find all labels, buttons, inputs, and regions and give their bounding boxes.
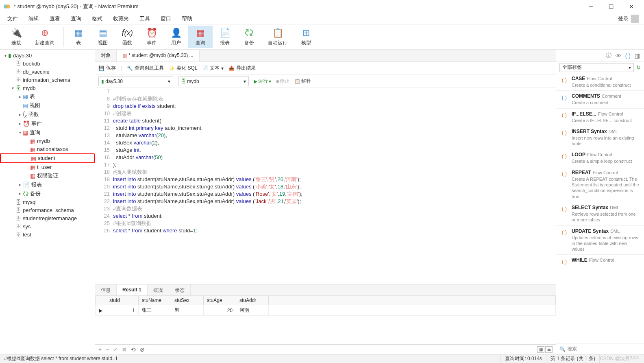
tree-sys[interactable]: 🗄sys bbox=[0, 223, 95, 231]
tree-nationaltaxos[interactable]: ▦nationaltaxos bbox=[0, 145, 95, 153]
snippet-CASE[interactable]: ( ) CASEFlow Control Create a conditiona… bbox=[556, 73, 644, 91]
status-sql: #根据id查询数据 select * from student where st… bbox=[0, 354, 501, 363]
tree-t_user[interactable]: ▦t_user bbox=[0, 163, 95, 171]
snippet-COMMENTS[interactable]: ( ) COMMENTSComment Create a comment bbox=[556, 91, 644, 108]
tab-query[interactable]: ▦* student @mydb (day5.30) ... bbox=[117, 50, 200, 61]
tree-备份[interactable]: ▸🗘备份 bbox=[0, 189, 95, 198]
code-editor[interactable]: 7891011121314151617181920212223242526 #判… bbox=[95, 88, 556, 284]
result-grid[interactable]: stuIdstuNamestuSexstuAgestuAddr▶1张三男20河南 bbox=[95, 295, 556, 344]
tab-objects[interactable]: 对象 bbox=[95, 50, 117, 61]
stop-load-button[interactable]: ⊘ bbox=[140, 346, 145, 353]
tree-day5.30[interactable]: ▾▮day5.30 bbox=[0, 51, 95, 59]
col-stuName[interactable]: stuName bbox=[139, 296, 171, 305]
tool-backup[interactable]: 🗘备份 bbox=[237, 26, 261, 48]
tree-bookdb[interactable]: 🗄bookdb bbox=[0, 59, 95, 68]
tree-studentregistermanage[interactable]: 🗄studentregistermanage bbox=[0, 214, 95, 223]
table-row[interactable]: ▶1张三男20河南 bbox=[96, 305, 556, 316]
brackets-icon[interactable]: ( ) bbox=[625, 52, 631, 59]
tree-函数[interactable]: ▸fx函数 bbox=[0, 110, 95, 119]
run-button[interactable]: ▶ 运行 ▾ bbox=[254, 78, 271, 85]
explain-button[interactable]: 📋 解释 bbox=[294, 78, 311, 85]
tree-事件[interactable]: ▸⏰事件 bbox=[0, 119, 95, 128]
▦-icon: ▦ bbox=[30, 138, 35, 144]
sidebar-tree[interactable]: ▾▮day5.30🗄bookdb🗄db_vaccine🗄information_… bbox=[0, 50, 95, 354]
refresh-snippets-button[interactable]: ↻ bbox=[636, 64, 641, 70]
snippet-IF...ELSE...[interactable]: ( ) IF...ELSE...Flow Control Create a IF… bbox=[556, 109, 644, 126]
result-tab-信息[interactable]: 信息 bbox=[95, 284, 117, 295]
schema-select[interactable]: 🗄 mydb▾ bbox=[178, 77, 249, 86]
tool-query[interactable]: ▦查询 bbox=[188, 26, 213, 48]
tree-表[interactable]: ▸▦表 bbox=[0, 92, 95, 101]
menu-窗口[interactable]: 窗口 bbox=[156, 13, 176, 24]
tool-view[interactable]: ▤视图 bbox=[91, 26, 115, 48]
cancel-button[interactable]: ✖ bbox=[122, 346, 127, 353]
tree-information_schema[interactable]: 🗄information_schema bbox=[0, 76, 95, 84]
minimize-button[interactable]: ─ bbox=[581, 0, 600, 13]
tool-connect[interactable]: 🔌连接 bbox=[4, 26, 28, 48]
tool-report[interactable]: 📄报表 bbox=[213, 26, 237, 48]
delete-row-button[interactable]: − bbox=[106, 346, 109, 353]
column-icon[interactable]: ▥ bbox=[635, 52, 640, 59]
menu-文件[interactable]: 文件 bbox=[2, 13, 23, 24]
connection-select[interactable]: ▮ day5.30▾ bbox=[98, 77, 173, 86]
tree-student[interactable]: ▦student bbox=[0, 153, 95, 163]
tool-model[interactable]: ⊞模型 bbox=[294, 26, 318, 48]
maximize-button[interactable]: ☐ bbox=[602, 0, 620, 13]
tree-视图[interactable]: ▤视图 bbox=[0, 101, 95, 110]
refresh-button[interactable]: ⟲ bbox=[131, 346, 136, 353]
menu-编辑[interactable]: 编辑 bbox=[24, 13, 44, 24]
tree-test[interactable]: 🗄test bbox=[0, 231, 95, 239]
menu-查看[interactable]: 查看 bbox=[45, 13, 65, 24]
result-tab-概况[interactable]: 概况 bbox=[148, 284, 169, 295]
snippet-LOOP[interactable]: ( ) LOOPFlow Control Create a simple loo… bbox=[556, 149, 644, 167]
result-tab-状态[interactable]: 状态 bbox=[169, 284, 191, 295]
menu-格式[interactable]: 格式 bbox=[87, 13, 107, 24]
menu-收藏夹[interactable]: 收藏夹 bbox=[108, 13, 134, 24]
form-view-icon[interactable]: ☰ bbox=[545, 346, 553, 353]
stop-button[interactable]: ■ 停止 bbox=[276, 78, 289, 85]
eye-icon[interactable]: 👁 bbox=[616, 52, 621, 59]
col-stuAge[interactable]: stuAge bbox=[204, 296, 236, 305]
login-link[interactable]: 登录 bbox=[618, 15, 629, 22]
tool-autorun[interactable]: 📋自动运行 bbox=[261, 26, 294, 48]
add-row-button[interactable]: + bbox=[98, 346, 102, 353]
query-builder-button[interactable]: 🔧 查询创建工具 bbox=[127, 65, 164, 72]
tool-table[interactable]: ▦表 bbox=[66, 26, 91, 48]
col-stuId[interactable]: stuId bbox=[106, 296, 139, 305]
grid-view-icon[interactable]: ▦ bbox=[537, 346, 544, 353]
beautify-button[interactable]: ✨ 美化 SQL bbox=[169, 65, 197, 72]
snippet-UPDATE Syntax[interactable]: ( ) UPDATE SyntaxDML Updates columns of … bbox=[556, 226, 644, 255]
tag-filter-select[interactable]: 全部标签▾ bbox=[559, 63, 634, 72]
tree-mysql[interactable]: 🗄mysql bbox=[0, 198, 95, 206]
snippet-INSERT Syntax[interactable]: ( ) INSERT SyntaxDML Insert new rows int… bbox=[556, 126, 644, 150]
avatar[interactable] bbox=[631, 15, 639, 23]
menu-查询[interactable]: 查询 bbox=[66, 13, 86, 24]
snippet-REPEAT[interactable]: ( ) REPEATFlow Control Create A REPEAT c… bbox=[556, 167, 644, 202]
tree-db_vaccine[interactable]: 🗄db_vaccine bbox=[0, 68, 95, 76]
tree-mydb[interactable]: ▦mydb bbox=[0, 137, 95, 145]
snippet-WHILE[interactable]: ( ) WHILEFlow Control bbox=[556, 255, 644, 268]
save-button[interactable]: 💾 保存 bbox=[98, 65, 116, 72]
tree-performance_schema[interactable]: 🗄performance_schema bbox=[0, 206, 95, 214]
menu-帮助[interactable]: 帮助 bbox=[177, 13, 197, 24]
snippet-search[interactable]: 🔍 搜索 bbox=[556, 343, 644, 354]
col-stuSex[interactable]: stuSex bbox=[171, 296, 204, 305]
commit-button[interactable]: ✔ bbox=[113, 346, 118, 353]
snippets-list[interactable]: ( ) CASEFlow Control Create a conditiona… bbox=[556, 73, 644, 343]
tree-报表[interactable]: ▸📄报表 bbox=[0, 180, 95, 189]
tree-权限验证[interactable]: ▦权限验证 bbox=[0, 171, 95, 180]
tree-mydb[interactable]: ▾🗄mydb bbox=[0, 84, 95, 92]
result-tab-Result 1[interactable]: Result 1 bbox=[117, 284, 148, 295]
tool-function[interactable]: f(x)函数 bbox=[115, 26, 139, 48]
info-icon[interactable]: ⓘ bbox=[606, 52, 611, 59]
text-button[interactable]: 📄 文本 ▾ bbox=[202, 65, 224, 72]
menu-工具[interactable]: 工具 bbox=[135, 13, 155, 24]
close-button[interactable]: ✕ bbox=[622, 0, 641, 13]
export-button[interactable]: 📤 导出结果 bbox=[228, 65, 256, 72]
tool-new-query[interactable]: ⊕新建查询 bbox=[28, 26, 61, 48]
col-stuAddr[interactable]: stuAddr bbox=[236, 296, 269, 305]
tool-event[interactable]: ⏰事件 bbox=[139, 26, 164, 48]
snippet-SELECT Syntax[interactable]: ( ) SELECT SyntaxDML Retrieve rows selec… bbox=[556, 202, 644, 226]
tree-查询[interactable]: ▾▦查询 bbox=[0, 128, 95, 137]
tool-user[interactable]: 👤用户 bbox=[164, 26, 188, 48]
